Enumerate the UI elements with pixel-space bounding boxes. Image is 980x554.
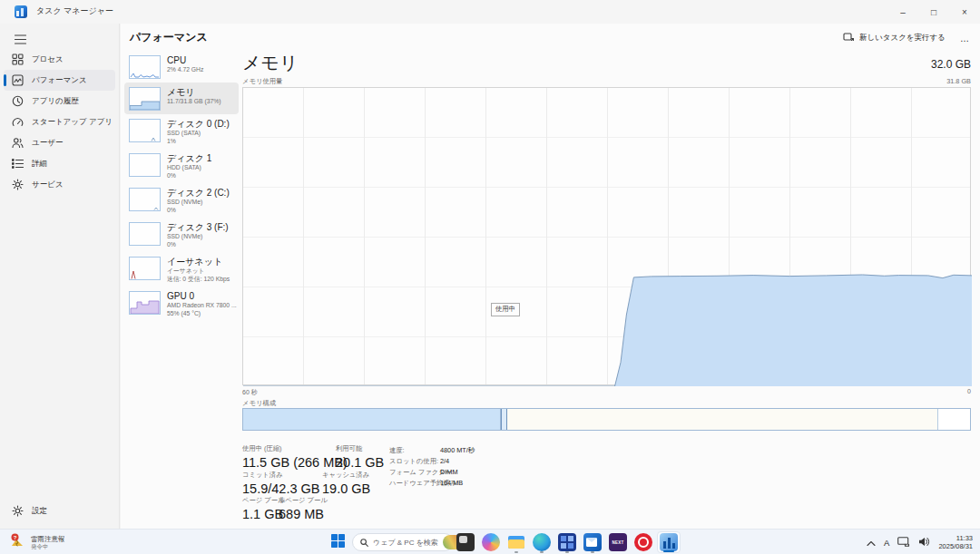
clock-date: 2025/08/31 [938, 542, 973, 550]
gauge-icon [11, 116, 24, 129]
screen: タスク マネージャー – □ × プロセス パフォーマンス アプリの履歴 [0, 0, 980, 554]
run-new-task-button[interactable]: 新しいタスクを実行する [838, 29, 951, 47]
disk1-mini-chart [129, 153, 161, 177]
perf-item-gpu0[interactable]: GPU 0AMD Radeon RX 7800 ...55% (45 °C) [124, 287, 239, 321]
sidebar-item-label: スタートアップ アプリ [32, 117, 113, 128]
next-app-label: NEXT [612, 540, 623, 545]
weather-widget[interactable]: ? 雷雨注意報 発令中 [5, 532, 69, 552]
memory-usage-caption: メモリ使用量 [242, 77, 282, 86]
services-gear-icon [11, 179, 24, 191]
running-indicator [540, 551, 544, 554]
more-options-button[interactable]: … [956, 29, 973, 47]
clock-time: 11:33 [938, 534, 973, 542]
composition-segment-modified [501, 409, 507, 430]
sidebar-item-services[interactable]: サービス [4, 174, 115, 195]
stat-committed: コミット済み 15.9/42.3 GB [242, 471, 319, 496]
taskbar-app-next[interactable]: NEXT [606, 531, 630, 553]
sidebar-item-app-history[interactable]: アプリの履歴 [4, 91, 115, 112]
network-icon[interactable] [897, 534, 910, 550]
sidebar-item-startup-apps[interactable]: スタートアップ アプリ [4, 112, 115, 132]
sidebar-item-users[interactable]: ユーザー [4, 132, 115, 153]
sidebar-item-label: パフォーマンス [32, 75, 87, 86]
perf-item-disk1[interactable]: ディスク 1HDD (SATA)0% [124, 149, 239, 183]
history-icon [11, 95, 24, 108]
memory-composition-caption: メモリ構成 [242, 399, 276, 408]
tray-chevron-up-icon[interactable] [867, 534, 876, 550]
taskbar-app-screenshot-tool[interactable] [454, 531, 477, 553]
sidebar-item-label: サービス [32, 180, 64, 190]
sidebar-item-label: 詳細 [32, 159, 47, 170]
memory-composition-bar [242, 408, 971, 431]
perf-item-ethernet[interactable]: イーサネットイーサネット送信: 0 受信: 120 Kbps [124, 252, 239, 287]
taskbar-app-outlook[interactable] [581, 531, 604, 553]
taskbar-app-blue-tiles[interactable] [555, 531, 579, 553]
perf-item-cpu[interactable]: CPU2% 4.72 GHz [124, 51, 239, 83]
content-area: パフォーマンス 新しいタスクを実行する … CPU2% 4.72 GHz メモリ… [121, 24, 980, 529]
search-icon [360, 534, 368, 550]
weather-alert-icon: ? [8, 531, 26, 553]
sidebar-item-label: ユーザー [32, 138, 63, 149]
detail-value-speed: 4800 MT/秒 [440, 446, 475, 455]
minimize-button[interactable]: – [887, 0, 918, 24]
cpu-mini-chart [129, 55, 161, 79]
edge-icon [533, 533, 551, 551]
run-new-task-icon [843, 32, 854, 44]
stat-available: 利用可能 20.1 GB [336, 444, 384, 470]
ime-mode-indicator[interactable]: A [884, 538, 889, 548]
ethernet-mini-chart [129, 257, 161, 280]
memory-total-capacity: 32.0 GB [931, 58, 971, 71]
taskbar-app-copilot[interactable] [479, 531, 503, 553]
taskbar-app-file-explorer[interactable] [505, 531, 528, 553]
perf-item-memory[interactable]: メモリ11.7/31.8 GB (37%) [124, 83, 239, 114]
page-title: パフォーマンス [130, 30, 208, 45]
performance-icon [11, 74, 24, 87]
outlook-icon [583, 533, 602, 551]
start-button[interactable] [327, 532, 348, 552]
sidebar-item-label: アプリの履歴 [32, 96, 79, 107]
running-indicator [565, 551, 569, 554]
system-tray: A 11:33 2025/08/31 [867, 530, 980, 554]
sidebar-item-settings[interactable]: 設定 [4, 501, 115, 521]
disk0-mini-chart [129, 119, 161, 142]
sidebar-item-details[interactable]: 詳細 [4, 153, 115, 174]
sidebar-item-processes[interactable]: プロセス [4, 49, 115, 70]
settings-gear-icon [11, 505, 24, 518]
perf-item-disk2[interactable]: ディスク 2 (C:)SSD (NVMe)0% [124, 183, 239, 218]
composition-segment-standby [507, 409, 938, 430]
detail-value-hw-reserved: 164 MB [440, 479, 463, 487]
detail-value-slots: 2/4 [440, 457, 449, 465]
taskbar-app-task-manager[interactable] [657, 531, 681, 553]
svg-text:?: ? [14, 535, 17, 540]
perf-item-disk0[interactable]: ディスク 0 (D:)SSD (SATA)1% [124, 114, 239, 149]
running-indicator [514, 551, 518, 554]
memory-mini-chart [129, 87, 161, 111]
detail-label-speed: 速度: [389, 446, 405, 455]
active-indicator [663, 550, 674, 553]
window-title: タスク マネージャー [36, 5, 113, 17]
perf-item-disk3[interactable]: ディスク 3 (F:)SSD (NVMe)0% [124, 218, 239, 252]
sidebar-item-label: 設定 [32, 506, 47, 517]
taskbar-app-edge[interactable] [530, 531, 554, 553]
sidebar-item-label: プロセス [32, 54, 64, 65]
running-indicator [591, 551, 594, 554]
titlebar: タスク マネージャー – □ × [0, 0, 980, 24]
memory-usage-area [243, 88, 972, 386]
taskbar-search-box[interactable]: ウェブ & PC を検索 [352, 533, 454, 551]
windows-start-icon [331, 534, 345, 551]
in-use-chart-tag: 使用中 [491, 303, 520, 316]
hamburger-menu-button[interactable] [7, 29, 33, 51]
details-list-icon [11, 158, 24, 170]
close-button[interactable]: × [949, 0, 980, 24]
volume-icon[interactable] [918, 534, 930, 550]
chart-y-max-label: 31.8 GB [946, 77, 971, 85]
users-icon [11, 137, 24, 150]
maximize-button[interactable]: □ [918, 0, 949, 24]
composition-segment-in-use [243, 409, 501, 430]
memory-usage-chart: 使用中 [242, 87, 971, 385]
screenshot-tool-icon [456, 533, 475, 551]
taskbar-clock[interactable]: 11:33 2025/08/31 [938, 534, 973, 550]
copilot-icon [482, 533, 500, 551]
blue-tiles-app-icon [558, 533, 576, 551]
taskbar-app-record[interactable] [632, 531, 655, 553]
sidebar-item-performance[interactable]: パフォーマンス [4, 70, 115, 91]
